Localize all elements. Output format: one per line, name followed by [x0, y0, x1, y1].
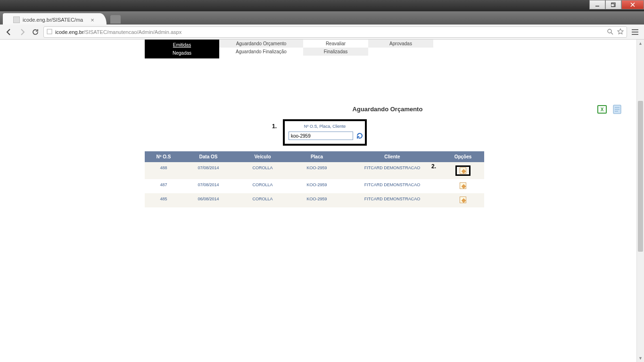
tab-title: icode.eng.br/SISATEC/ma [23, 17, 83, 23]
edit-icon[interactable] [460, 197, 466, 203]
tab-emitidas[interactable]: Emitidas [146, 41, 218, 49]
tab-close-icon[interactable]: × [91, 16, 94, 24]
status-col-emitidas-negadas: Emitidas Negadas [145, 40, 219, 58]
address-bar[interactable]: icode.eng.br/SISATEC/manutencao/Admin/Ad… [43, 26, 627, 38]
cell-data: 06/08/2014 [182, 193, 234, 207]
tab-negadas[interactable]: Negadas [146, 49, 218, 57]
svg-text:X: X [601, 107, 604, 112]
vertical-scrollbar[interactable]: ▲ ▼ [636, 40, 644, 362]
tab-finalizadas[interactable]: Finalizadas [303, 48, 368, 56]
th-placa: Placa [291, 151, 343, 162]
cell-cliente[interactable]: FITCARD DEMONSTRACAO [343, 162, 442, 179]
svg-rect-2 [611, 4, 614, 7]
site-info-icon[interactable] [47, 29, 52, 35]
cell-os[interactable]: 485 [145, 193, 182, 207]
scroll-down-button[interactable]: ▼ [637, 354, 644, 362]
bookmark-star-icon[interactable] [617, 28, 624, 36]
cell-data: 07/08/2014 [182, 162, 234, 179]
cell-cliente[interactable]: FITCARD DEMONSTRACAO [343, 193, 442, 207]
cell-veiculo: COROLLA [234, 193, 291, 207]
th-opcoes: Opções [442, 151, 484, 162]
window-titlebar [0, 0, 644, 11]
tab-aguardando-orcamento[interactable]: Aguardando Orçamento [219, 40, 303, 48]
edit-icon[interactable] [460, 182, 466, 189]
orders-table: Nº O.S Data OS Veículo Placa Cliente Opç… [145, 151, 484, 207]
export-excel-icon[interactable]: X [596, 104, 608, 115]
url-host: icode.eng.br [55, 29, 84, 35]
cell-cliente[interactable]: FITCARD DEMONSTRACAO [343, 179, 442, 193]
page-icon [13, 16, 20, 23]
svg-line-7 [611, 33, 613, 34]
search-input[interactable] [289, 132, 353, 140]
cell-data: 07/08/2014 [182, 179, 234, 193]
window-maximize-button[interactable] [605, 0, 621, 9]
cell-placa: KOO-2959 [291, 179, 343, 193]
cell-opcoes [442, 193, 484, 207]
status-filter-tabs: Emitidas Negadas Aguardando Orçamento Ag… [145, 40, 484, 58]
browser-toolbar: icode.eng.br/SISATEC/manutencao/Admin/Ad… [0, 25, 644, 40]
scroll-up-button[interactable]: ▲ [637, 40, 644, 47]
row-edit-highlight [455, 165, 471, 176]
cell-veiculo: COROLLA [234, 162, 291, 179]
search-submit-icon[interactable] [356, 132, 363, 140]
th-cliente: Cliente [343, 151, 442, 162]
page-viewport: Emitidas Negadas Aguardando Orçamento Ag… [0, 40, 644, 362]
chrome-menu-button[interactable] [630, 27, 640, 37]
tab-aprovadas[interactable]: Aprovadas [368, 40, 433, 48]
cell-opcoes [442, 179, 484, 193]
scroll-thumb[interactable] [638, 101, 643, 252]
table-row: 485 06/08/2014 COROLLA KOO-2959 FITCARD … [145, 193, 484, 207]
table-header: Nº O.S Data OS Veículo Placa Cliente Opç… [145, 151, 484, 162]
svg-point-6 [608, 29, 611, 33]
cell-placa: KOO-2959 [291, 193, 343, 207]
search-label: Nº O.S, Placa, Cliente [289, 124, 361, 129]
new-tab-button[interactable] [110, 15, 121, 24]
back-button[interactable] [4, 27, 14, 37]
edit-icon[interactable] [460, 167, 466, 174]
reload-button[interactable] [30, 27, 41, 37]
cell-os[interactable]: 488 [145, 162, 182, 179]
tab-aguardando-finalizacao[interactable]: Aguardando Finalização [219, 48, 303, 56]
th-veiculo: Veículo [234, 151, 291, 162]
window-minimize-button[interactable] [589, 0, 605, 9]
section-title: Aguardando Orçamento [145, 106, 630, 113]
tab-reavaliar[interactable]: Reavaliar [303, 40, 368, 48]
cell-os[interactable]: 487 [145, 179, 182, 193]
browser-tab-active[interactable]: icode.eng.br/SISATEC/ma × [3, 13, 107, 25]
th-data: Data OS [182, 151, 234, 162]
url-path: /SISATEC/manutencao/Admin/Admin.aspx [84, 29, 182, 35]
annotation-marker-1: 1. [272, 123, 277, 130]
browser-tabstrip: icode.eng.br/SISATEC/ma × [0, 11, 644, 25]
table-row: 487 07/08/2014 COROLLA KOO-2959 FITCARD … [145, 179, 484, 193]
cell-placa: KOO-2959 [291, 162, 343, 179]
window-close-button[interactable] [621, 0, 644, 9]
zoom-icon[interactable] [607, 28, 613, 36]
cell-opcoes: 2. [442, 162, 484, 179]
search-box: Nº O.S, Placa, Cliente [283, 119, 367, 146]
forward-button[interactable] [17, 27, 27, 37]
th-os: Nº O.S [145, 151, 182, 162]
cell-veiculo: COROLLA [234, 179, 291, 193]
window-controls [589, 0, 644, 9]
export-document-icon[interactable] [611, 104, 623, 115]
table-row: 488 07/08/2014 COROLLA KOO-2959 FITCARD … [145, 162, 484, 179]
svg-rect-5 [47, 29, 52, 34]
annotation-marker-2: 2. [431, 163, 436, 170]
